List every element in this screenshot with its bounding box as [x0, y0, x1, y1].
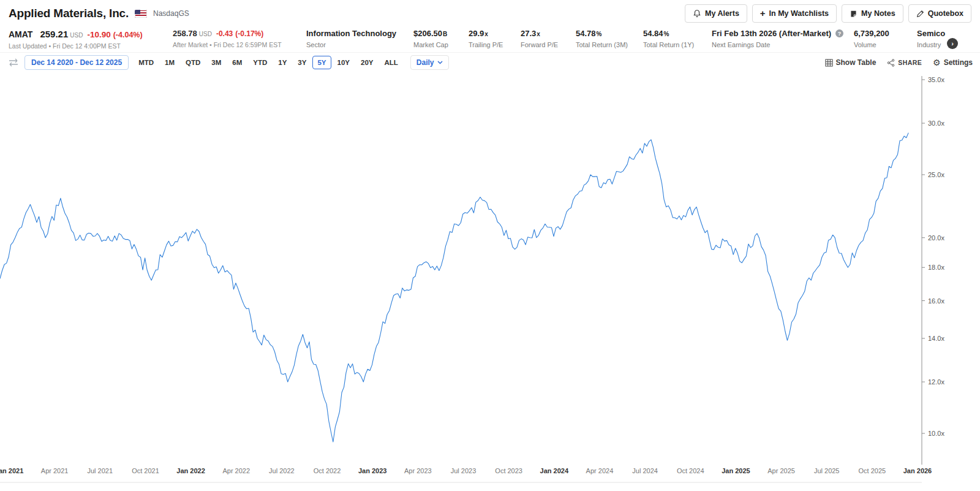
after-market-time-text: After Market • Fri Dec 12 6:59PM EST	[173, 41, 306, 48]
x-axis-tick-label: Jul 2021	[88, 467, 113, 474]
y-axis-tick-label: 16.0x	[928, 297, 944, 305]
total-return-3m-suffix: %	[597, 31, 602, 37]
period-button-10y[interactable]: 10Y	[333, 56, 355, 69]
frequency-dropdown[interactable]: Daily	[410, 55, 449, 70]
x-axis-tick-label: Apr 2021	[41, 467, 69, 474]
x-axis-tick-label: Jan 2023	[358, 467, 386, 474]
total-return-1y-value: 54.84	[643, 29, 663, 38]
currency-label: USD	[70, 32, 83, 39]
stat-market-cap: $206.50B Market Cap	[413, 29, 469, 48]
in-my-watchlists-label: In My Watchlists	[769, 9, 829, 18]
total-return-3m-value: 54.78	[576, 29, 596, 38]
last-updated-text: Last Updated • Fri Dec 12 4:00PM EST	[9, 42, 173, 50]
stats-scroll-right-button[interactable]: ›	[947, 38, 958, 49]
forward-pe-suffix: x	[537, 31, 540, 37]
stat-total-return-3m: 54.78% Total Return (3M)	[576, 29, 643, 48]
my-notes-button[interactable]: My Notes	[842, 4, 903, 23]
y-axis-tick-label: 20.0x	[928, 234, 944, 242]
x-axis-tick-label: Jan 2026	[903, 467, 932, 474]
show-table-label: Show Table	[836, 58, 876, 67]
stat-total-return-1y: 54.84% Total Return (1Y)	[643, 29, 712, 48]
chart-toolbar: Dec 14 2020 - Dec 12 2025 MTD 1M QTD 3M …	[0, 53, 980, 72]
after-market-change: -0.43	[216, 29, 233, 38]
x-axis-tick-label: Jul 2024	[632, 467, 658, 474]
period-button-1m[interactable]: 1M	[160, 56, 179, 69]
trailing-pe-value: 29.9	[469, 29, 484, 38]
period-button-3y[interactable]: 3Y	[293, 56, 311, 69]
x-axis-tick-label: Jul 2023	[451, 467, 477, 474]
x-axis-tick-label: Oct 2022	[314, 467, 341, 474]
table-icon	[825, 59, 833, 67]
plus-icon: +	[760, 9, 766, 18]
after-market-price: 258.78	[173, 29, 197, 38]
x-axis-tick-label: Apr 2024	[586, 467, 614, 474]
trailing-pe-label: Trailing P/E	[469, 41, 521, 48]
period-button-qtd[interactable]: QTD	[181, 56, 205, 69]
x-axis-tick-label: Jan 2021	[0, 467, 23, 474]
x-axis-tick-label: Jul 2025	[814, 467, 840, 474]
forward-pe-value: 27.3	[521, 29, 536, 38]
price-change: -10.90	[87, 30, 110, 39]
price-chart[interactable]: 35.0x30.0x25.0x20.0x18.0x16.0x14.0x12.0x…	[0, 72, 980, 491]
y-axis-tick-label: 14.0x	[928, 335, 944, 342]
price-change-percent: (-4.04%)	[113, 31, 143, 39]
x-axis-tick-label: Jul 2022	[269, 467, 295, 474]
note-icon	[850, 10, 858, 18]
period-button-1y[interactable]: 1Y	[273, 56, 292, 69]
app-header: Applied Materials, Inc. NasdaqGS My Aler…	[0, 0, 980, 25]
x-axis-tick-label: Oct 2025	[859, 467, 886, 474]
quotebox-button[interactable]: Quotebox	[908, 4, 971, 23]
period-button-all[interactable]: ALL	[379, 56, 402, 69]
market-cap-value: $206.50	[413, 29, 442, 38]
share-icon	[887, 59, 895, 67]
price-block: AMAT 259.21 USD -10.90 (-4.04%) Last Upd…	[9, 29, 173, 50]
sector-value: Information Technology	[306, 29, 396, 38]
period-button-6m[interactable]: 6M	[227, 56, 247, 69]
x-axis-tick-label: Oct 2021	[132, 467, 159, 474]
market-cap-suffix: B	[443, 31, 447, 37]
trailing-pe-suffix: x	[484, 31, 488, 37]
y-axis-tick-label: 35.0x	[928, 76, 944, 83]
sector-label: Sector	[306, 41, 413, 48]
after-market-change-percent: (-0.17%)	[235, 29, 263, 38]
frequency-value: Daily	[417, 58, 434, 67]
period-button-mtd[interactable]: MTD	[134, 56, 159, 69]
quotebox-label: Quotebox	[928, 9, 963, 18]
period-button-3m[interactable]: 3M	[206, 56, 226, 69]
help-icon[interactable]: ?	[835, 29, 843, 37]
after-market-currency: USD	[199, 31, 212, 37]
stat-volume: 6,739,200 Volume	[854, 29, 917, 48]
settings-button[interactable]: ⚙ Settings	[933, 58, 973, 67]
share-label: SHARE	[898, 59, 922, 66]
company-name: Applied Materials, Inc.	[9, 7, 129, 20]
my-alerts-button[interactable]: My Alerts	[685, 4, 747, 23]
next-earnings-value: Fri Feb 13th 2026 (After-Market)	[712, 29, 831, 38]
x-axis-tick-label: Jan 2022	[176, 467, 205, 474]
chevron-down-icon	[437, 61, 443, 64]
period-button-ytd[interactable]: YTD	[248, 56, 272, 69]
industry-value: Semico	[917, 29, 945, 38]
quote-strip: AMAT 259.21 USD -10.90 (-4.04%) Last Upd…	[0, 25, 980, 53]
gear-icon: ⚙	[933, 58, 941, 67]
bell-icon	[693, 9, 701, 18]
my-alerts-label: My Alerts	[705, 9, 739, 18]
y-axis-tick-label: 10.0x	[928, 430, 944, 437]
y-axis-tick-label: 12.0x	[928, 378, 944, 386]
x-axis-tick-label: Oct 2023	[495, 467, 522, 474]
date-range-picker[interactable]: Dec 14 2020 - Dec 12 2025	[24, 55, 129, 70]
compare-arrows-icon[interactable]	[7, 58, 20, 67]
period-button-20y[interactable]: 20Y	[356, 56, 378, 69]
total-return-1y-suffix: %	[664, 31, 669, 37]
x-axis-tick-label: Apr 2023	[404, 467, 432, 474]
show-table-button[interactable]: Show Table	[825, 58, 876, 67]
period-button-5y-active[interactable]: 5Y	[312, 56, 331, 69]
price-line	[0, 133, 908, 442]
market-cap-label: Market Cap	[413, 41, 469, 48]
x-axis-tick-label: Jan 2025	[722, 467, 750, 474]
pen-icon	[916, 10, 924, 18]
ticker-symbol: AMAT	[9, 29, 32, 39]
total-return-1y-label: Total Return (1Y)	[643, 41, 712, 48]
in-my-watchlists-button[interactable]: + In My Watchlists	[752, 4, 837, 23]
volume-value: 6,739,200	[854, 29, 889, 38]
share-button[interactable]: SHARE	[887, 59, 922, 67]
